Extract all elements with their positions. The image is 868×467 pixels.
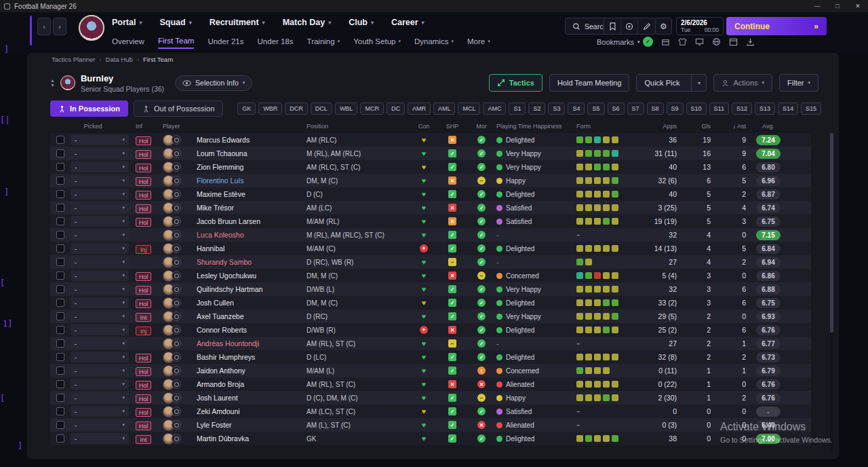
table-row[interactable]: -▾ Hol Bashir Humphreys D (LC) ♥ ✓ ✓ Del… bbox=[50, 350, 811, 364]
table-row[interactable]: -▾ Shurandy Sambo D (RC), WB (R) ♥ − ✓ -… bbox=[50, 255, 811, 269]
position-chip-amc[interactable]: AMC bbox=[483, 102, 506, 115]
menu-squad[interactable]: Squad▾ bbox=[159, 18, 191, 27]
table-row[interactable]: -▾ Hol Josh Laurent D (C), DM, M (C) ♥ ✓… bbox=[50, 391, 811, 405]
row-checkbox[interactable] bbox=[56, 299, 64, 307]
table-row[interactable]: -▾ Hol Marcus Edwards AM (RLC) ♥ ✕ ✓ Del… bbox=[50, 133, 811, 147]
settings-button[interactable]: ⚙ bbox=[655, 18, 672, 35]
position-chip-s10[interactable]: S10 bbox=[686, 102, 707, 115]
position-chip-s7[interactable]: S7 bbox=[627, 102, 644, 115]
row-checkbox[interactable] bbox=[56, 421, 64, 429]
position-chip-gk[interactable]: GK bbox=[237, 102, 256, 115]
menu-career[interactable]: Career▾ bbox=[391, 18, 425, 27]
table-row[interactable]: -▾ Andréas Hountondji AM (RL), ST (C) ♥ … bbox=[50, 337, 811, 350]
position-chip-s13[interactable]: S13 bbox=[755, 102, 775, 115]
row-selection-dropdown[interactable]: -▾ bbox=[71, 392, 129, 403]
row-checkbox[interactable] bbox=[56, 353, 64, 361]
position-chip-s12[interactable]: S12 bbox=[732, 102, 752, 115]
scrollbar-thumb[interactable] bbox=[830, 133, 833, 333]
player-name[interactable]: Luca Koleosho bbox=[197, 231, 307, 239]
row-checkbox[interactable] bbox=[56, 231, 64, 239]
row-selection-dropdown[interactable]: -▾ bbox=[71, 243, 129, 254]
position-chip-dcl[interactable]: DCL bbox=[311, 102, 332, 115]
tab-out-of-possession[interactable]: Out of Possession bbox=[134, 100, 223, 117]
row-selection-dropdown[interactable]: -▾ bbox=[71, 406, 129, 417]
table-row[interactable]: -▾ Hol Jacob Bruun Larsen M/AM (RL) ♥ ✕ … bbox=[50, 214, 811, 228]
menu-match-day[interactable]: Match Day▾ bbox=[283, 18, 332, 27]
row-selection-dropdown[interactable]: -▾ bbox=[71, 297, 129, 308]
row-selection-dropdown[interactable]: -▾ bbox=[71, 352, 129, 362]
table-row[interactable]: -▾ Int Martin Dúbravka GK ♥ ✓ ✓ Delighte… bbox=[50, 432, 811, 445]
player-name[interactable]: Andréas Hountondji bbox=[197, 339, 307, 348]
table-row[interactable]: -▾ Hol Josh Cullen DM, M (C) ♥ ✓ ✓ Delig… bbox=[50, 296, 811, 310]
row-selection-dropdown[interactable]: -▾ bbox=[71, 324, 129, 335]
position-chip-s4[interactable]: S4 bbox=[568, 102, 585, 115]
row-selection-dropdown[interactable]: -▾ bbox=[71, 433, 129, 444]
row-checkbox[interactable] bbox=[56, 394, 64, 402]
subnav-youth-setup[interactable]: Youth Setup▾ bbox=[353, 37, 401, 48]
row-selection-dropdown[interactable]: -▾ bbox=[71, 379, 129, 390]
globe-icon[interactable] bbox=[712, 37, 721, 46]
subnav-more[interactable]: More▾ bbox=[467, 37, 490, 48]
table-row[interactable]: -▾ Inj Connor Roberts D/WB (R) + ✕ ✓ Del… bbox=[50, 323, 811, 337]
row-checkbox[interactable] bbox=[56, 190, 64, 198]
player-name[interactable]: Jacob Bruun Larsen bbox=[197, 217, 307, 225]
row-checkbox[interactable] bbox=[56, 149, 64, 157]
player-name[interactable]: Armando Broja bbox=[197, 380, 307, 388]
player-name[interactable]: Bashir Humphreys bbox=[197, 353, 307, 361]
row-checkbox[interactable] bbox=[56, 285, 64, 293]
table-row[interactable]: -▾ Luca Koleosho M (RL), AM (RLC), ST (C… bbox=[50, 228, 811, 242]
position-chip-amr[interactable]: AMR bbox=[408, 102, 431, 115]
subnav-under-18s[interactable]: Under 18s bbox=[257, 37, 293, 48]
position-chip-aml[interactable]: AML bbox=[433, 102, 456, 115]
position-chip-dcr[interactable]: DCR bbox=[285, 102, 308, 115]
row-checkbox[interactable] bbox=[56, 312, 64, 320]
col-player[interactable]: Player bbox=[163, 123, 307, 130]
col-shp[interactable]: SHP bbox=[438, 123, 467, 130]
hold-team-meeting-button[interactable]: Hold Team Meeting bbox=[549, 74, 630, 92]
player-name[interactable]: Lyle Foster bbox=[197, 421, 307, 429]
position-chip-mcl[interactable]: MCL bbox=[458, 102, 480, 115]
row-selection-dropdown[interactable]: -▾ bbox=[71, 284, 129, 295]
table-row[interactable]: -▾ Hol Zeki Amdouni AM (LC), ST (C) ♥ ✓ … bbox=[50, 405, 811, 418]
row-selection-dropdown[interactable]: -▾ bbox=[71, 162, 129, 172]
row-selection-dropdown[interactable]: -▾ bbox=[71, 257, 129, 267]
table-row[interactable]: -▾ Hol Lyle Foster AM (L), ST (C) ♥ ✓ ✕ … bbox=[50, 418, 811, 432]
col-con[interactable]: Con bbox=[410, 123, 438, 130]
row-checkbox[interactable] bbox=[56, 380, 64, 388]
position-chip-s14[interactable]: S14 bbox=[778, 102, 798, 115]
collapse-toggle[interactable]: ▲▼ bbox=[50, 78, 55, 88]
bookmark-icon[interactable] bbox=[604, 18, 621, 34]
actions-button[interactable]: Actions ▾ bbox=[713, 74, 772, 92]
player-name[interactable]: Quilindschy Hartman bbox=[197, 285, 307, 293]
menu-recruitment[interactable]: Recruitment▾ bbox=[210, 18, 265, 27]
row-selection-dropdown[interactable]: -▾ bbox=[71, 229, 129, 240]
row-selection-dropdown[interactable]: -▾ bbox=[71, 175, 129, 186]
row-checkbox[interactable] bbox=[56, 258, 64, 266]
shirt-icon[interactable] bbox=[678, 37, 687, 46]
row-selection-dropdown[interactable]: -▾ bbox=[71, 419, 129, 430]
row-checkbox[interactable] bbox=[56, 367, 64, 375]
row-selection-dropdown[interactable]: -▾ bbox=[71, 134, 129, 145]
maximize-button[interactable]: □ bbox=[827, 0, 848, 12]
calendar-icon[interactable] bbox=[729, 37, 738, 46]
row-selection-dropdown[interactable]: -▾ bbox=[71, 270, 129, 281]
menu-portal[interactable]: Portal▾ bbox=[112, 18, 142, 27]
player-name[interactable]: Maxime Estève bbox=[197, 190, 307, 198]
table-row[interactable]: -▾ Hol Maxime Estève D (C) ♥ ✓ ✓ Delight… bbox=[50, 187, 811, 201]
quick-pick-button[interactable]: Quick Pick ▾ bbox=[636, 74, 707, 92]
table-row[interactable]: -▾ Hol Zion Flemming AM (RLC), ST (C) ♥ … bbox=[50, 160, 811, 174]
position-chip-s15[interactable]: S15 bbox=[801, 102, 821, 115]
col-playing-time-happiness[interactable]: Playing Time Happiness bbox=[496, 123, 576, 130]
box-icon[interactable] bbox=[661, 37, 670, 46]
position-chip-s11[interactable]: S11 bbox=[709, 102, 729, 115]
player-name[interactable]: Marcus Edwards bbox=[197, 136, 307, 144]
player-name[interactable]: Zeki Amdouni bbox=[197, 407, 307, 415]
col-form[interactable]: Form bbox=[576, 123, 639, 130]
col-ast[interactable]: ↓ Ast bbox=[711, 123, 746, 130]
row-checkbox[interactable] bbox=[56, 272, 64, 280]
table-row[interactable]: -▾ Inj Hannibal M/AM (C) + ✓ ✓ Delighted… bbox=[50, 242, 811, 255]
table-row[interactable]: -▾ Hol Loum Tchaouna M (RL), AM (RLC) ♥ … bbox=[50, 147, 811, 160]
table-row[interactable]: -▾ Hol Florentino Luís DM, M (C) ♥ ✕ − H… bbox=[50, 174, 811, 187]
row-selection-dropdown[interactable]: -▾ bbox=[71, 189, 129, 200]
player-name[interactable]: Florentino Luís bbox=[197, 176, 307, 185]
